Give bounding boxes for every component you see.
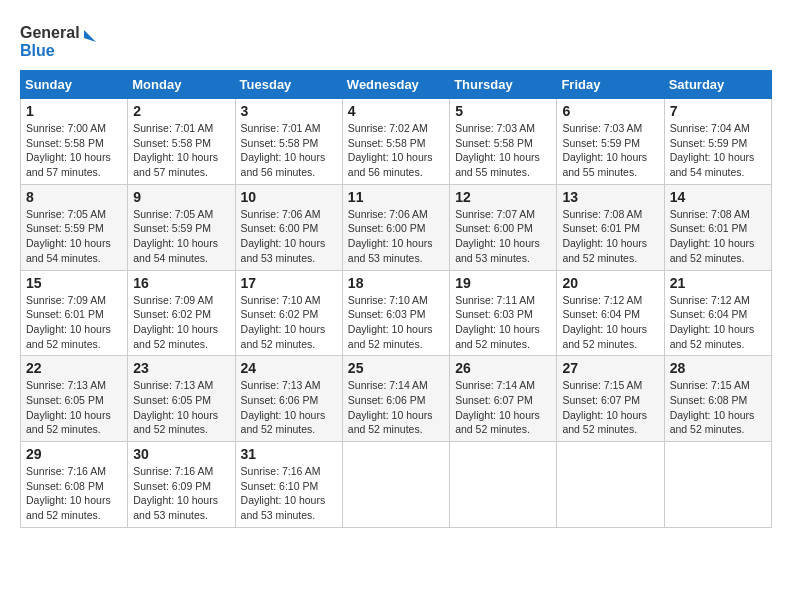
day-number: 17	[241, 275, 337, 291]
day-number: 26	[455, 360, 551, 376]
day-info: Sunrise: 7:16 AMSunset: 6:09 PMDaylight:…	[133, 464, 229, 523]
logo: GeneralBlue	[20, 20, 100, 60]
calendar-week-5: 29Sunrise: 7:16 AMSunset: 6:08 PMDayligh…	[21, 442, 772, 528]
svg-text:Blue: Blue	[20, 42, 55, 59]
day-number: 22	[26, 360, 122, 376]
calendar-cell: 27Sunrise: 7:15 AMSunset: 6:07 PMDayligh…	[557, 356, 664, 442]
col-header-saturday: Saturday	[664, 71, 771, 99]
day-info: Sunrise: 7:12 AMSunset: 6:04 PMDaylight:…	[670, 293, 766, 352]
day-info: Sunrise: 7:16 AMSunset: 6:10 PMDaylight:…	[241, 464, 337, 523]
col-header-tuesday: Tuesday	[235, 71, 342, 99]
calendar-cell	[342, 442, 449, 528]
day-number: 30	[133, 446, 229, 462]
day-info: Sunrise: 7:12 AMSunset: 6:04 PMDaylight:…	[562, 293, 658, 352]
day-number: 7	[670, 103, 766, 119]
calendar-cell: 16Sunrise: 7:09 AMSunset: 6:02 PMDayligh…	[128, 270, 235, 356]
day-number: 6	[562, 103, 658, 119]
day-number: 25	[348, 360, 444, 376]
calendar-cell: 6Sunrise: 7:03 AMSunset: 5:59 PMDaylight…	[557, 99, 664, 185]
calendar-cell: 7Sunrise: 7:04 AMSunset: 5:59 PMDaylight…	[664, 99, 771, 185]
day-info: Sunrise: 7:16 AMSunset: 6:08 PMDaylight:…	[26, 464, 122, 523]
day-info: Sunrise: 7:05 AMSunset: 5:59 PMDaylight:…	[26, 207, 122, 266]
page-header: GeneralBlue	[20, 20, 772, 60]
calendar-cell: 8Sunrise: 7:05 AMSunset: 5:59 PMDaylight…	[21, 184, 128, 270]
day-info: Sunrise: 7:09 AMSunset: 6:01 PMDaylight:…	[26, 293, 122, 352]
day-info: Sunrise: 7:07 AMSunset: 6:00 PMDaylight:…	[455, 207, 551, 266]
calendar-cell: 31Sunrise: 7:16 AMSunset: 6:10 PMDayligh…	[235, 442, 342, 528]
calendar-cell: 30Sunrise: 7:16 AMSunset: 6:09 PMDayligh…	[128, 442, 235, 528]
day-number: 21	[670, 275, 766, 291]
calendar-cell: 14Sunrise: 7:08 AMSunset: 6:01 PMDayligh…	[664, 184, 771, 270]
calendar-cell: 29Sunrise: 7:16 AMSunset: 6:08 PMDayligh…	[21, 442, 128, 528]
col-header-thursday: Thursday	[450, 71, 557, 99]
day-number: 14	[670, 189, 766, 205]
day-number: 5	[455, 103, 551, 119]
calendar-week-2: 8Sunrise: 7:05 AMSunset: 5:59 PMDaylight…	[21, 184, 772, 270]
logo-icon: GeneralBlue	[20, 20, 100, 60]
calendar-cell: 21Sunrise: 7:12 AMSunset: 6:04 PMDayligh…	[664, 270, 771, 356]
day-number: 29	[26, 446, 122, 462]
day-info: Sunrise: 7:15 AMSunset: 6:07 PMDaylight:…	[562, 378, 658, 437]
day-number: 3	[241, 103, 337, 119]
calendar-cell: 9Sunrise: 7:05 AMSunset: 5:59 PMDaylight…	[128, 184, 235, 270]
day-info: Sunrise: 7:13 AMSunset: 6:06 PMDaylight:…	[241, 378, 337, 437]
calendar-cell	[450, 442, 557, 528]
calendar-week-1: 1Sunrise: 7:00 AMSunset: 5:58 PMDaylight…	[21, 99, 772, 185]
day-info: Sunrise: 7:08 AMSunset: 6:01 PMDaylight:…	[670, 207, 766, 266]
day-info: Sunrise: 7:13 AMSunset: 6:05 PMDaylight:…	[26, 378, 122, 437]
day-number: 12	[455, 189, 551, 205]
day-number: 24	[241, 360, 337, 376]
svg-text:General: General	[20, 24, 80, 41]
day-info: Sunrise: 7:03 AMSunset: 5:58 PMDaylight:…	[455, 121, 551, 180]
day-number: 18	[348, 275, 444, 291]
calendar-cell: 26Sunrise: 7:14 AMSunset: 6:07 PMDayligh…	[450, 356, 557, 442]
day-number: 10	[241, 189, 337, 205]
day-number: 19	[455, 275, 551, 291]
day-number: 23	[133, 360, 229, 376]
day-info: Sunrise: 7:01 AMSunset: 5:58 PMDaylight:…	[133, 121, 229, 180]
day-info: Sunrise: 7:00 AMSunset: 5:58 PMDaylight:…	[26, 121, 122, 180]
day-number: 27	[562, 360, 658, 376]
calendar-cell: 3Sunrise: 7:01 AMSunset: 5:58 PMDaylight…	[235, 99, 342, 185]
calendar-cell: 12Sunrise: 7:07 AMSunset: 6:00 PMDayligh…	[450, 184, 557, 270]
col-header-sunday: Sunday	[21, 71, 128, 99]
day-info: Sunrise: 7:14 AMSunset: 6:06 PMDaylight:…	[348, 378, 444, 437]
calendar-cell	[664, 442, 771, 528]
calendar-cell: 28Sunrise: 7:15 AMSunset: 6:08 PMDayligh…	[664, 356, 771, 442]
calendar-cell: 25Sunrise: 7:14 AMSunset: 6:06 PMDayligh…	[342, 356, 449, 442]
day-number: 9	[133, 189, 229, 205]
day-number: 16	[133, 275, 229, 291]
day-info: Sunrise: 7:15 AMSunset: 6:08 PMDaylight:…	[670, 378, 766, 437]
day-number: 1	[26, 103, 122, 119]
day-info: Sunrise: 7:01 AMSunset: 5:58 PMDaylight:…	[241, 121, 337, 180]
day-info: Sunrise: 7:09 AMSunset: 6:02 PMDaylight:…	[133, 293, 229, 352]
calendar-cell: 11Sunrise: 7:06 AMSunset: 6:00 PMDayligh…	[342, 184, 449, 270]
calendar-cell: 22Sunrise: 7:13 AMSunset: 6:05 PMDayligh…	[21, 356, 128, 442]
calendar-cell: 2Sunrise: 7:01 AMSunset: 5:58 PMDaylight…	[128, 99, 235, 185]
calendar-cell: 24Sunrise: 7:13 AMSunset: 6:06 PMDayligh…	[235, 356, 342, 442]
svg-marker-2	[84, 30, 96, 42]
day-number: 20	[562, 275, 658, 291]
day-number: 2	[133, 103, 229, 119]
day-number: 11	[348, 189, 444, 205]
calendar-cell: 4Sunrise: 7:02 AMSunset: 5:58 PMDaylight…	[342, 99, 449, 185]
col-header-monday: Monday	[128, 71, 235, 99]
day-info: Sunrise: 7:05 AMSunset: 5:59 PMDaylight:…	[133, 207, 229, 266]
calendar-cell: 20Sunrise: 7:12 AMSunset: 6:04 PMDayligh…	[557, 270, 664, 356]
day-info: Sunrise: 7:03 AMSunset: 5:59 PMDaylight:…	[562, 121, 658, 180]
day-number: 8	[26, 189, 122, 205]
day-info: Sunrise: 7:13 AMSunset: 6:05 PMDaylight:…	[133, 378, 229, 437]
calendar-cell: 5Sunrise: 7:03 AMSunset: 5:58 PMDaylight…	[450, 99, 557, 185]
day-info: Sunrise: 7:11 AMSunset: 6:03 PMDaylight:…	[455, 293, 551, 352]
calendar-cell: 23Sunrise: 7:13 AMSunset: 6:05 PMDayligh…	[128, 356, 235, 442]
calendar-cell: 19Sunrise: 7:11 AMSunset: 6:03 PMDayligh…	[450, 270, 557, 356]
day-info: Sunrise: 7:08 AMSunset: 6:01 PMDaylight:…	[562, 207, 658, 266]
day-number: 28	[670, 360, 766, 376]
calendar-cell: 13Sunrise: 7:08 AMSunset: 6:01 PMDayligh…	[557, 184, 664, 270]
day-info: Sunrise: 7:10 AMSunset: 6:02 PMDaylight:…	[241, 293, 337, 352]
day-number: 15	[26, 275, 122, 291]
calendar-cell: 10Sunrise: 7:06 AMSunset: 6:00 PMDayligh…	[235, 184, 342, 270]
day-info: Sunrise: 7:02 AMSunset: 5:58 PMDaylight:…	[348, 121, 444, 180]
day-info: Sunrise: 7:04 AMSunset: 5:59 PMDaylight:…	[670, 121, 766, 180]
calendar-table: SundayMondayTuesdayWednesdayThursdayFrid…	[20, 70, 772, 528]
